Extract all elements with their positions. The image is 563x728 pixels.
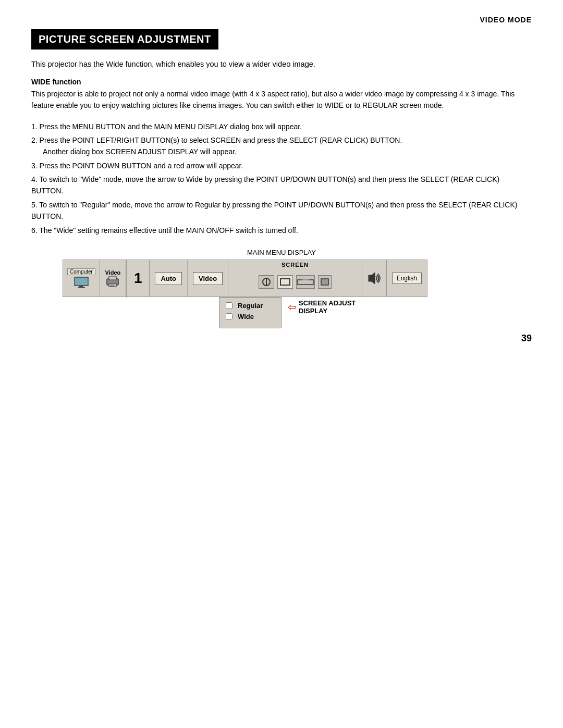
svg-rect-4 bbox=[109, 276, 116, 280]
btn-video[interactable]: Video bbox=[187, 260, 228, 297]
screen-adjust-line1: SCREEN ADJUST bbox=[299, 299, 356, 307]
screen-icon-small[interactable] bbox=[318, 275, 332, 289]
regular-label: Regular bbox=[238, 302, 263, 310]
svg-marker-14 bbox=[369, 273, 375, 284]
channel-number: 1 bbox=[127, 260, 150, 297]
screen-section: SCREEN bbox=[228, 260, 361, 297]
tab-video[interactable]: Video bbox=[100, 260, 126, 297]
step-5: 5. To switch to "Regular" mode, move the… bbox=[31, 199, 532, 223]
svg-rect-12 bbox=[302, 279, 309, 280]
english-button[interactable]: English bbox=[386, 260, 427, 297]
screen-icon-rect[interactable] bbox=[277, 275, 293, 289]
video-tab-label: Video bbox=[105, 269, 121, 276]
circle-icon bbox=[262, 277, 271, 287]
screen-adjust-text: SCREEN ADJUST DISPLAY bbox=[299, 299, 356, 315]
screen-icons-row bbox=[259, 275, 332, 289]
screen-adjust-line2: DISPLAY bbox=[299, 307, 356, 315]
diagram-label: MAIN MENU DISPLAY bbox=[31, 249, 532, 256]
rect-icon bbox=[280, 278, 290, 286]
screen-label: SCREEN bbox=[282, 262, 309, 268]
english-btn-label[interactable]: English bbox=[392, 273, 422, 284]
printer-icon bbox=[105, 276, 120, 287]
step-3: 3. Press the POINT DOWN BUTTON and a red… bbox=[31, 160, 532, 171]
diagram-section: MAIN MENU DISPLAY Computer bbox=[31, 249, 532, 328]
wide-function-desc: This projector is able to project not on… bbox=[31, 88, 532, 112]
video-btn-label[interactable]: Video bbox=[193, 272, 223, 285]
svg-rect-13 bbox=[321, 279, 328, 285]
screen-icon-circle[interactable] bbox=[259, 275, 274, 289]
screen-adjust-labels: ⇦ SCREEN ADJUST DISPLAY bbox=[288, 297, 356, 315]
page-title: PICTURE SCREEN ADJUSTMENT bbox=[31, 29, 218, 50]
svg-rect-1 bbox=[79, 286, 83, 287]
intro-text: This projector has the Wide function, wh… bbox=[31, 59, 532, 70]
red-arrow-icon: ⇦ bbox=[288, 301, 297, 313]
btn-auto[interactable]: Auto bbox=[150, 260, 187, 297]
steps-list: 1. Press the MENU BUTTON and the MAIN ME… bbox=[31, 121, 532, 237]
section-header: VIDEO MODE bbox=[31, 16, 532, 24]
screen-adjust-popup-area: Regular Wide ⇦ SCREEN ADJUST bbox=[219, 297, 356, 328]
speaker-section bbox=[362, 260, 386, 297]
wide-icon bbox=[297, 278, 314, 286]
monitor-icon bbox=[74, 277, 89, 288]
step-1: 1. Press the MENU BUTTON and the MAIN ME… bbox=[31, 121, 532, 132]
option-regular: Regular bbox=[226, 302, 273, 310]
step-2: 2. Press the POINT LEFT/RIGHT BUTTON(s) … bbox=[31, 134, 532, 158]
wide-label: Wide bbox=[238, 313, 254, 320]
page-container: VIDEO MODE PICTURE SCREEN ADJUSTMENT Thi… bbox=[0, 0, 563, 360]
svg-rect-9 bbox=[266, 279, 267, 285]
small-rect-icon bbox=[319, 276, 331, 288]
svg-rect-10 bbox=[280, 279, 290, 285]
section-title: VIDEO MODE bbox=[480, 16, 532, 24]
svg-rect-0 bbox=[75, 277, 88, 286]
wide-function-title: WIDE function bbox=[31, 78, 532, 86]
auto-btn-label[interactable]: Auto bbox=[155, 272, 182, 285]
main-menu-bar: Computer Video bbox=[63, 260, 427, 297]
option-wide: Wide bbox=[226, 313, 273, 320]
screen-adjust-popup: Regular Wide bbox=[219, 297, 282, 328]
speaker-icon bbox=[366, 271, 382, 286]
svg-rect-6 bbox=[110, 285, 115, 286]
step-2-indent: Another dialog box SCREEN ADJUST DISPLAY… bbox=[31, 146, 532, 157]
screen-icon-wide[interactable] bbox=[296, 275, 315, 289]
wide-checkbox[interactable] bbox=[226, 313, 232, 320]
arrow-label-row: ⇦ SCREEN ADJUST DISPLAY bbox=[288, 299, 356, 315]
tab-computer[interactable]: Computer bbox=[63, 260, 100, 297]
svg-rect-11 bbox=[298, 280, 313, 285]
screen-adjust-row: Regular Wide ⇦ SCREEN ADJUST bbox=[219, 297, 356, 328]
step-4: 4. To switch to "Wide" mode, move the ar… bbox=[31, 174, 532, 197]
svg-rect-7 bbox=[110, 286, 114, 287]
svg-rect-2 bbox=[78, 287, 85, 288]
menu-bar-wrapper: Computer Video bbox=[63, 260, 532, 328]
regular-checkbox[interactable] bbox=[226, 302, 232, 309]
page-number: 39 bbox=[521, 333, 532, 344]
computer-label: Computer bbox=[67, 268, 95, 275]
step-6: 6. The "Wide" setting remains effective … bbox=[31, 225, 532, 236]
